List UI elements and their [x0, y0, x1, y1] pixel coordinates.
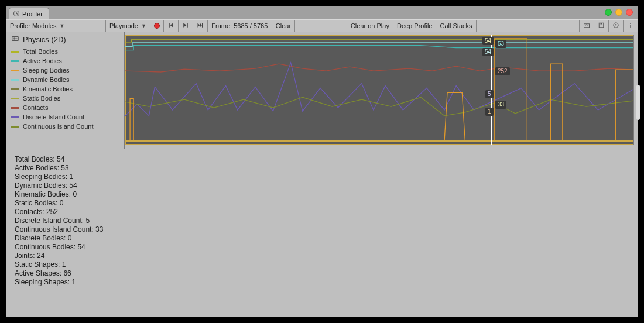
- upper-pane: Physics (2D) Total BodiesActive BodiesSl…: [6, 32, 638, 149]
- detail-row: Static Shapes: 1: [15, 260, 629, 269]
- legend-item[interactable]: Dynamic Bodies: [11, 75, 119, 84]
- tab-profiler[interactable]: Profiler: [9, 8, 49, 19]
- load-icon: [583, 22, 590, 30]
- svg-point-16: [630, 25, 631, 26]
- legend-label: Continuous Island Count: [23, 123, 93, 130]
- tab-strip: Profiler: [6, 6, 638, 19]
- badge-dynamic: 54: [482, 48, 494, 56]
- legend-item[interactable]: Static Bodies: [11, 94, 119, 103]
- chart[interactable]: 54 53 54 252 5 33 1: [125, 35, 634, 145]
- call-stacks-label: Call Stacks: [440, 22, 472, 29]
- window-controls: [605, 9, 633, 16]
- legend-item[interactable]: Sleeping Bodies: [11, 66, 119, 75]
- toolbar-spacer-2: [477, 20, 580, 32]
- clear-label: Clear: [276, 22, 291, 29]
- skip-end-icon: [197, 22, 204, 30]
- first-frame-button[interactable]: [164, 20, 179, 32]
- legend-swatch: [11, 79, 19, 81]
- badge-sleep: 1: [485, 108, 494, 116]
- legend-label: Sleeping Bodies: [23, 67, 70, 74]
- legend-swatch: [11, 107, 19, 109]
- badge-active: 53: [495, 40, 506, 48]
- detail-row: Contacts: 252: [15, 208, 629, 217]
- profiler-modules-dropdown[interactable]: Profiler Modules ▼: [6, 20, 106, 32]
- frame-indicator: Frame: 5685 / 5765: [208, 20, 272, 32]
- scrollbar-thumb[interactable]: [636, 85, 640, 120]
- legend-swatch: [11, 51, 19, 53]
- prev-frame-button[interactable]: [179, 20, 193, 32]
- legend-label: Contacts: [23, 104, 48, 111]
- context-menu-button[interactable]: [624, 20, 638, 32]
- clear-on-play-button[interactable]: Clear on Play: [347, 20, 393, 32]
- detail-row: Discrete Island Count: 5: [15, 217, 629, 225]
- module-header[interactable]: Physics (2D): [11, 35, 119, 44]
- detail-row: Sleeping Bodies: 1: [15, 173, 629, 181]
- current-frame-button[interactable]: [193, 20, 208, 32]
- playmode-dropdown[interactable]: Playmode ▼: [106, 20, 150, 32]
- save-icon: [598, 22, 605, 30]
- module-icon: [11, 35, 19, 44]
- detail-row: Continuous Bodies: 54: [15, 243, 629, 252]
- legend-swatch: [11, 88, 19, 90]
- svg-line-2: [16, 13, 18, 15]
- call-stacks-button[interactable]: Call Stacks: [436, 20, 476, 32]
- clear-button[interactable]: Clear: [272, 20, 295, 32]
- toolbar: Profiler Modules ▼ Playmode ▼ Frame: 568…: [6, 19, 638, 32]
- legend-label: Static Bodies: [23, 95, 60, 102]
- svg-marker-5: [183, 23, 186, 28]
- toolbar-spacer: [295, 20, 347, 32]
- svg-marker-7: [197, 23, 200, 28]
- traffic-green[interactable]: [605, 9, 612, 16]
- legend-item[interactable]: Total Bodies: [11, 47, 119, 56]
- legend-label: Total Bodies: [23, 48, 58, 55]
- chart-lines: [125, 35, 633, 145]
- traffic-yellow[interactable]: [615, 9, 622, 16]
- legend-item[interactable]: Contacts: [11, 103, 119, 112]
- badge-discrete: 5: [485, 90, 494, 98]
- badge-total: 54: [482, 37, 494, 45]
- profiler-modules-label: Profiler Modules: [10, 22, 56, 29]
- svg-rect-6: [187, 23, 188, 28]
- detail-row: Continuous Island Count: 33: [15, 225, 629, 234]
- playmode-label: Playmode: [109, 22, 138, 29]
- legend-swatch: [11, 70, 19, 71]
- detail-row: Static Bodies: 0: [15, 199, 629, 208]
- legend-swatch: [11, 60, 19, 62]
- step-forward-icon: [182, 22, 189, 30]
- help-button[interactable]: ?: [609, 20, 624, 32]
- legend-swatch: [11, 116, 19, 118]
- detail-row: Total Bodies: 54: [15, 155, 629, 164]
- load-button[interactable]: [580, 20, 594, 32]
- details-pane: Total Bodies: 54Active Bodies: 53Sleepin…: [6, 149, 638, 317]
- detail-row: Dynamic Bodies: 54: [15, 181, 629, 190]
- legend-item[interactable]: Active Bodies: [11, 56, 119, 66]
- profiler-window: Profiler Profiler Modules ▼ Playmode ▼: [6, 6, 638, 317]
- chevron-down-icon: ▼: [59, 23, 64, 29]
- legend-item[interactable]: Kinematic Bodies: [11, 84, 119, 94]
- legend-pane: Physics (2D) Total BodiesActive BodiesSl…: [6, 32, 125, 149]
- svg-rect-3: [169, 23, 170, 28]
- clear-on-play-label: Clear on Play: [351, 22, 389, 29]
- svg-marker-8: [200, 23, 202, 28]
- chart-pane: 54 53 54 252 5 33 1: [125, 32, 638, 149]
- record-button[interactable]: [150, 20, 164, 32]
- badge-cont: 33: [495, 101, 506, 109]
- chevron-down-icon: ▼: [141, 23, 146, 29]
- legend-item[interactable]: Continuous Island Count: [11, 122, 119, 131]
- detail-row: Discrete Bodies: 0: [15, 234, 629, 243]
- svg-text:?: ?: [615, 23, 617, 27]
- legend-label: Active Bodies: [23, 57, 62, 64]
- deep-profile-button[interactable]: Deep Profile: [393, 20, 437, 32]
- badge-contacts: 252: [495, 67, 510, 75]
- svg-rect-12: [601, 23, 602, 24]
- save-button[interactable]: [594, 20, 609, 32]
- traffic-red[interactable]: [626, 9, 633, 16]
- legend-item[interactable]: Discrete Island Count: [11, 112, 119, 122]
- detail-row: Sleeping Shapes: 1: [15, 278, 629, 287]
- module-title: Physics (2D): [23, 35, 66, 44]
- detail-row: Kinematic Bodies: 0: [15, 190, 629, 199]
- detail-row: Active Bodies: 53: [15, 164, 629, 173]
- record-icon: [154, 23, 160, 29]
- legend-label: Kinematic Bodies: [23, 85, 73, 92]
- svg-rect-21: [125, 35, 633, 145]
